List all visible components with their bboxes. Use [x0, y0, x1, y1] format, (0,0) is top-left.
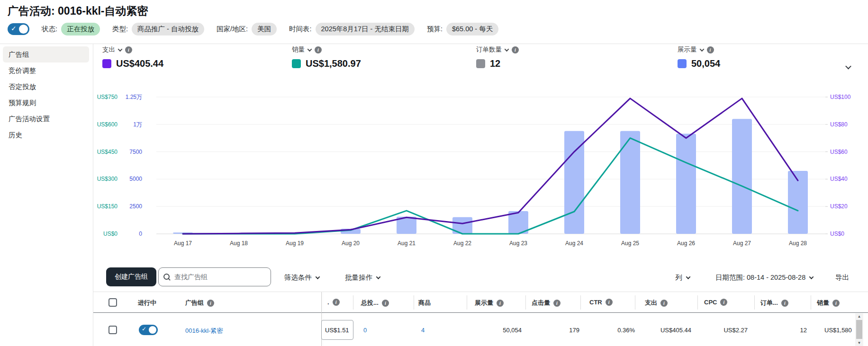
column-separator: [467, 295, 467, 310]
svg-text:1万: 1万: [133, 121, 142, 128]
performance-chart: US$00US$0US$1502500US$20US$3005000US$40U…: [93, 77, 868, 251]
column-separator: [697, 295, 698, 310]
country-pair: 国家/地区: 美国: [217, 23, 277, 35]
chart-collapse-chevron[interactable]: [846, 62, 850, 71]
col-header-products-label: 商品: [418, 299, 431, 307]
metric-spend-label: 支出: [102, 45, 115, 54]
svg-text:US$100: US$100: [830, 94, 851, 100]
export-button[interactable]: 导出: [835, 273, 849, 282]
column-separator: [414, 295, 414, 310]
default-bid-input[interactable]: US$1.51: [321, 320, 353, 340]
info-icon[interactable]: i: [660, 300, 668, 307]
date-range-dropdown[interactable]: 日期范围: 08-14 - 2025-08-28: [715, 273, 813, 282]
col-header-products[interactable]: 商品: [418, 299, 431, 307]
svg-text:2500: 2500: [129, 203, 142, 210]
create-ad-group-button[interactable]: 创建广告组: [106, 267, 156, 286]
col-header-sales[interactable]: 销量 i: [817, 299, 840, 307]
select-all-checkbox[interactable]: [108, 298, 117, 307]
metric-swatch-1: [292, 59, 301, 68]
campaign-name: 0016-kkl-自动紧密: [58, 5, 148, 17]
metric-spend-selector[interactable]: 支出 i: [102, 45, 163, 54]
info-icon[interactable]: i: [382, 300, 389, 307]
info-icon[interactable]: i: [781, 300, 788, 307]
metric-orders-label: 订单数量: [476, 45, 502, 54]
bulk-actions-dropdown[interactable]: 批量操作: [345, 273, 380, 282]
col-header-ctr[interactable]: CTR i: [589, 299, 613, 306]
info-icon[interactable]: i: [512, 46, 519, 53]
chevron-down-icon: [699, 47, 704, 52]
info-icon[interactable]: i: [553, 300, 561, 307]
col-header-clicks-label: 点击量: [532, 299, 550, 307]
metric-sales: 销量 i US$1,580.97: [292, 45, 361, 69]
sidebar-item-negative-targeting[interactable]: 否定投放: [3, 79, 89, 95]
info-icon[interactable]: i: [207, 300, 214, 307]
svg-text:5000: 5000: [129, 176, 142, 182]
metric-sales-selector[interactable]: 销量 i: [292, 45, 361, 54]
sidebar-item-history[interactable]: 历史: [3, 127, 89, 143]
scroll-up-arrow-icon[interactable]: ▲: [855, 314, 863, 319]
row-checkbox[interactable]: [108, 326, 117, 334]
svg-text:Aug 17: Aug 17: [174, 240, 192, 247]
columns-label: 列: [675, 273, 682, 282]
filters-dropdown[interactable]: 筛选条件: [284, 273, 319, 282]
col-header-impressions[interactable]: 展示量 i: [475, 299, 504, 307]
metric-orders-selector[interactable]: 订单数量 i: [476, 45, 519, 54]
sidebar-item-bid-adjustments[interactable]: 竞价调整: [3, 62, 89, 79]
metric-orders-value-row: 12: [476, 58, 519, 69]
ad-group-search[interactable]: [158, 267, 271, 286]
table-vertical-scrollbar[interactable]: ▲ ▼: [855, 313, 863, 346]
col-header-spend[interactable]: 支出 i: [645, 299, 668, 307]
columns-dropdown[interactable]: 列: [675, 273, 690, 282]
col-header-ad-group[interactable]: 广告组 i: [185, 299, 214, 307]
row-enabled-toggle[interactable]: ✓: [139, 325, 158, 335]
scrollbar-thumb[interactable]: [856, 320, 862, 339]
metric-impressions-selector[interactable]: 展示量 i: [678, 45, 720, 54]
search-icon: [163, 274, 171, 281]
cell-ctr: 0.36%: [617, 327, 635, 334]
info-icon[interactable]: i: [497, 300, 504, 307]
col-header-bid-truncated[interactable]: . i: [327, 299, 340, 306]
sidebar-item-budget-rules[interactable]: 预算规则: [3, 95, 89, 111]
col-header-ad-group-label: 广告组: [185, 299, 204, 307]
export-label: 导出: [835, 273, 849, 282]
info-icon[interactable]: i: [315, 46, 322, 53]
svg-text:US$450: US$450: [97, 149, 118, 155]
budget-label: 预算:: [427, 25, 443, 34]
chevron-down-icon: [809, 275, 814, 279]
type-pair: 类型: 商品推广 - 自动投放: [112, 23, 204, 35]
info-icon[interactable]: i: [606, 299, 613, 306]
col-header-orders[interactable]: 订单... i: [760, 299, 788, 307]
campaign-enabled-toggle[interactable]: ✓: [8, 23, 29, 35]
country-badge: 美国: [252, 23, 277, 35]
products-link[interactable]: 4: [421, 327, 425, 334]
info-icon[interactable]: i: [832, 300, 840, 307]
schedule-label: 时间表:: [289, 25, 312, 34]
search-input[interactable]: [174, 273, 266, 281]
svg-text:US$40: US$40: [830, 176, 848, 182]
col-header-spend-label: 支出: [645, 299, 657, 307]
svg-text:Aug 20: Aug 20: [342, 240, 360, 247]
page-title-label: 广告活动:: [8, 5, 55, 17]
col-header-status[interactable]: 进行中: [138, 299, 156, 307]
metric-impressions-value-row: 50,054: [678, 58, 720, 69]
ad-group-link[interactable]: 0016-kkl-紧密: [185, 327, 223, 335]
svg-text:Aug 26: Aug 26: [677, 240, 695, 247]
type-label: 类型:: [112, 25, 128, 34]
sidebar: 广告组 竞价调整 否定投放 预算规则 广告活动设置 历史: [0, 44, 92, 346]
total-inv-link[interactable]: 0: [363, 327, 367, 334]
svg-text:US$0: US$0: [830, 231, 844, 237]
info-icon[interactable]: i: [707, 46, 714, 53]
col-header-clicks[interactable]: 点击量 i: [532, 299, 561, 307]
sidebar-item-campaign-settings[interactable]: 广告活动设置: [3, 111, 89, 127]
scroll-down-arrow-icon[interactable]: ▼: [855, 341, 863, 345]
metric-sales-label: 销量: [292, 45, 305, 54]
info-icon[interactable]: i: [720, 299, 727, 306]
info-icon[interactable]: i: [333, 299, 340, 306]
col-header-total-inv[interactable]: 总投... i: [361, 299, 389, 307]
sidebar-item-ad-groups[interactable]: 广告组: [3, 46, 89, 62]
col-header-cpc[interactable]: CPC i: [704, 299, 727, 306]
chevron-down-icon: [505, 47, 509, 52]
info-icon[interactable]: i: [125, 46, 132, 53]
svg-text:Aug 27: Aug 27: [733, 240, 751, 247]
svg-text:Aug 21: Aug 21: [398, 240, 416, 247]
